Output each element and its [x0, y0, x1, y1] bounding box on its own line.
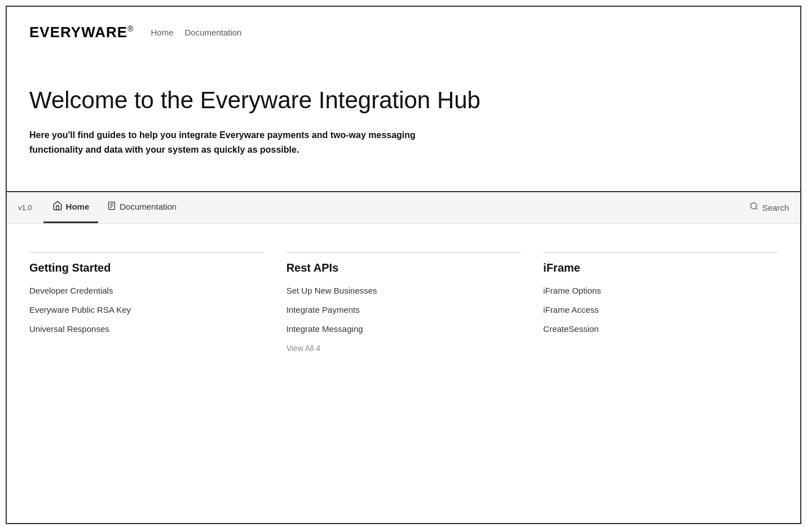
hero-subtitle: Here you'll find guides to help you inte…	[29, 128, 424, 157]
list-item[interactable]: Integrate Messaging	[286, 324, 521, 334]
link-create-session[interactable]: CreateSession	[543, 324, 598, 334]
list-item[interactable]: CreateSession	[543, 324, 778, 334]
section-getting-started-title: Getting Started	[29, 261, 264, 274]
list-item[interactable]: iFrame Options	[543, 286, 778, 296]
secondary-nav: v1.0 Home	[7, 192, 800, 224]
list-item[interactable]: Developer Credentials	[29, 286, 264, 296]
list-item[interactable]: Everyware Public RSA Key	[29, 305, 264, 315]
section-rest-apis: Rest APIs Set Up New Businesses Integrat…	[286, 252, 521, 353]
tab-documentation[interactable]: Documentation	[98, 192, 186, 223]
link-integrate-messaging[interactable]: Integrate Messaging	[286, 324, 363, 334]
link-set-up-new-businesses[interactable]: Set Up New Businesses	[286, 286, 377, 295]
tab-home[interactable]: Home	[43, 192, 99, 223]
brand-logo: EVERYWARE®	[29, 24, 134, 41]
section-rest-apis-links: Set Up New Businesses Integrate Payments…	[286, 286, 521, 334]
tab-documentation-label: Documentation	[120, 202, 177, 211]
search-icon	[749, 202, 759, 213]
home-icon	[52, 201, 63, 213]
section-getting-started: Getting Started Developer Credentials Ev…	[29, 252, 264, 353]
list-item[interactable]: Set Up New Businesses	[286, 286, 521, 296]
cards-grid: Getting Started Developer Credentials Ev…	[29, 252, 778, 353]
top-nav-links: Home Documentation	[151, 28, 242, 38]
list-item[interactable]: iFrame Access	[543, 305, 778, 315]
link-integrate-payments[interactable]: Integrate Payments	[286, 305, 360, 314]
svg-point-4	[751, 203, 757, 209]
top-nav-documentation[interactable]: Documentation	[185, 28, 242, 38]
main-content: Getting Started Developer Credentials Ev…	[7, 224, 800, 376]
search-label: Search	[762, 203, 789, 212]
top-nav: EVERYWARE® Home Documentation	[29, 24, 778, 41]
section-iframe-title: iFrame	[543, 261, 778, 274]
hero-title: Welcome to the Everyware Integration Hub	[29, 86, 778, 114]
view-all-container[interactable]: View All 4	[286, 343, 521, 353]
nav-tabs: Home Documentation	[43, 192, 750, 223]
page-container: EVERYWARE® Home Documentation Welcome to…	[6, 6, 801, 524]
hero-section: EVERYWARE® Home Documentation Welcome to…	[7, 7, 800, 192]
brand-name: EVERYWARE	[29, 24, 127, 41]
list-item[interactable]: Universal Responses	[29, 324, 264, 334]
version-badge: v1.0	[18, 203, 32, 212]
top-nav-documentation-link[interactable]: Documentation	[185, 28, 242, 37]
list-item[interactable]: Integrate Payments	[286, 305, 521, 315]
tab-home-label: Home	[66, 202, 90, 211]
link-iframe-options[interactable]: iFrame Options	[543, 286, 601, 295]
link-rsa-key[interactable]: Everyware Public RSA Key	[29, 305, 131, 314]
link-developer-credentials[interactable]: Developer Credentials	[29, 286, 113, 295]
section-rest-apis-title: Rest APIs	[286, 261, 521, 274]
view-all-link[interactable]: View All 4	[286, 344, 320, 353]
section-getting-started-links: Developer Credentials Everyware Public R…	[29, 286, 264, 334]
section-iframe-links: iFrame Options iFrame Access CreateSessi…	[543, 286, 778, 334]
section-iframe: iFrame iFrame Options iFrame Access Crea…	[543, 252, 778, 353]
top-nav-home-link[interactable]: Home	[151, 28, 174, 37]
brand-reg: ®	[127, 24, 134, 33]
link-iframe-access[interactable]: iFrame Access	[543, 305, 598, 314]
search-area[interactable]: Search	[749, 202, 789, 213]
doc-icon	[107, 201, 116, 213]
link-universal-responses[interactable]: Universal Responses	[29, 324, 109, 334]
top-nav-home[interactable]: Home	[151, 28, 174, 38]
svg-line-5	[756, 208, 758, 210]
